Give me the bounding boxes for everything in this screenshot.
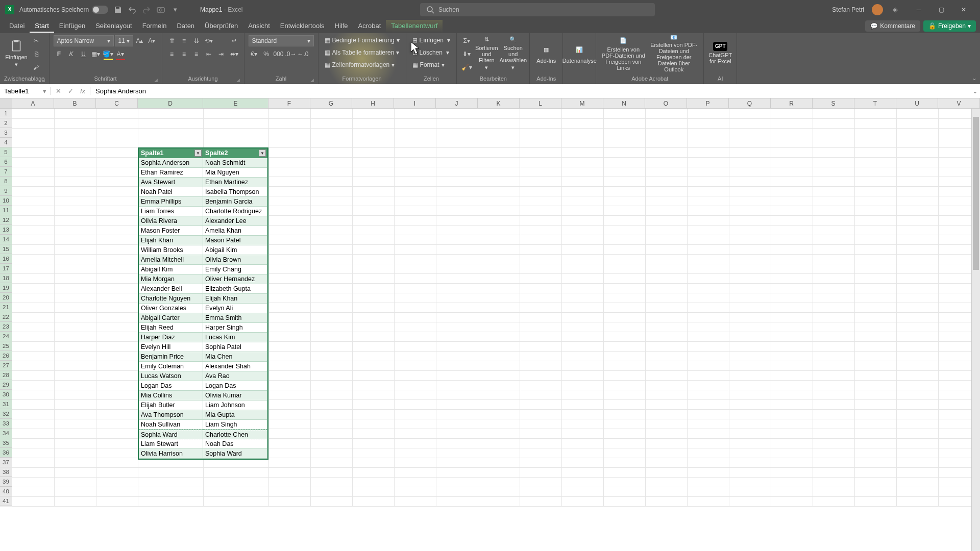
column-header[interactable]: S <box>813 98 854 108</box>
table-row[interactable]: Mia CollinsOlivia Kumar <box>139 391 267 400</box>
addins-button[interactable]: ▦ Add-Ins <box>534 35 558 71</box>
table-row[interactable]: Abigail KimEmily Chang <box>139 265 267 274</box>
percent-icon[interactable]: % <box>261 48 272 60</box>
table-row[interactable]: Sophia WardCharlotte Chen <box>139 430 267 439</box>
fx-icon[interactable]: fx <box>78 87 88 95</box>
user-avatar[interactable] <box>872 4 883 15</box>
tab-seitenlayout[interactable]: Seitenlayout <box>90 20 137 33</box>
font-name-combo[interactable]: Aptos Narrow▾ <box>54 35 114 46</box>
table-cell[interactable]: Abigail Kim <box>139 265 203 274</box>
table-cell[interactable]: Lucas Kim <box>203 333 267 342</box>
table-cell[interactable]: Evelyn Ali <box>203 304 267 313</box>
sort-filter-button[interactable]: ⇅ Sortieren und Filtern▾ <box>474 35 499 71</box>
table-cell[interactable]: Sophia Ward <box>139 430 203 439</box>
table-cell[interactable]: Benjamin Garcia <box>203 197 267 207</box>
tab-datei[interactable]: Datei <box>4 20 30 33</box>
clear-icon[interactable]: 🧹▾ <box>461 62 472 73</box>
close-button[interactable]: ✕ <box>952 0 975 19</box>
row-header[interactable]: 21 <box>0 303 12 312</box>
row-header[interactable]: 28 <box>0 370 12 380</box>
row-header[interactable]: 27 <box>0 361 12 370</box>
table-row[interactable]: Abigail CarterEmma Smith <box>139 313 267 323</box>
italic-icon[interactable]: K <box>66 48 77 60</box>
row-header[interactable]: 19 <box>0 283 12 293</box>
save-icon[interactable] <box>113 5 122 14</box>
row-header[interactable]: 16 <box>0 254 12 264</box>
increase-indent-icon[interactable]: ⇥ <box>215 48 227 60</box>
paste-button[interactable]: Einfügen▾ <box>4 35 29 71</box>
column-header[interactable]: M <box>561 98 603 108</box>
table-cell[interactable]: Mia Collins <box>139 391 203 400</box>
font-color-icon[interactable]: A▾ <box>115 48 126 60</box>
bold-icon[interactable]: F <box>54 48 65 60</box>
column-header[interactable]: V <box>938 98 980 108</box>
cancel-formula-icon[interactable]: ✕ <box>53 87 63 95</box>
table-row[interactable]: Liam StewartNoah Das <box>139 439 267 449</box>
row-header[interactable]: 4 <box>0 138 12 147</box>
copy-icon[interactable]: ⎘ <box>31 48 42 60</box>
tab-überprüfen[interactable]: Überprüfen <box>200 20 243 33</box>
table-cell[interactable]: Liam Singh <box>203 420 267 430</box>
format-cells-button[interactable]: ▦ Format ▾ <box>410 60 453 70</box>
table-cell[interactable]: Evelyn Hill <box>139 342 203 352</box>
table-row[interactable]: Oliver GonzalesEvelyn Ali <box>139 304 267 313</box>
merge-icon[interactable]: ⬌▾ <box>229 48 240 60</box>
maximize-button[interactable]: ▢ <box>930 0 952 19</box>
table-cell[interactable]: Olivia Brown <box>203 255 267 265</box>
row-header[interactable]: 5 <box>0 147 12 157</box>
decrease-decimal-icon[interactable]: ←.0 <box>298 48 309 60</box>
table-cell[interactable]: Noah Sullivan <box>139 420 203 430</box>
delete-cells-button[interactable]: ⊟ Löschen ▾ <box>410 47 453 58</box>
chatgpt-button[interactable]: GPT ChatGPT for Excel <box>708 35 732 71</box>
table-cell[interactable]: Alexander Lee <box>203 216 267 226</box>
column-header[interactable]: B <box>54 98 96 108</box>
table-cell[interactable]: Emma Phillips <box>139 197 203 207</box>
table-cell[interactable]: Ethan Martinez <box>203 178 267 187</box>
comma-icon[interactable]: 000 <box>273 48 284 60</box>
tab-hilfe[interactable]: Hilfe <box>330 20 353 33</box>
row-header[interactable]: 7 <box>0 167 12 177</box>
row-header[interactable]: 17 <box>0 264 12 273</box>
collapse-ribbon-icon[interactable]: ⌄ <box>972 74 977 82</box>
row-header[interactable]: 18 <box>0 273 12 283</box>
column-header[interactable]: U <box>896 98 938 108</box>
row-header[interactable]: 11 <box>0 206 12 215</box>
row-header[interactable]: 23 <box>0 322 12 332</box>
table-cell[interactable]: Amelia Mitchell <box>139 255 203 265</box>
column-header[interactable]: I <box>394 98 436 108</box>
cut-icon[interactable]: ✂ <box>31 35 42 46</box>
align-right-icon[interactable]: ≡ <box>191 48 202 60</box>
row-header[interactable]: 29 <box>0 380 12 390</box>
format-painter-icon[interactable]: 🖌 <box>31 62 42 73</box>
row-header[interactable]: 6 <box>0 157 12 167</box>
column-header[interactable]: N <box>603 98 645 108</box>
table-row[interactable]: Elijah KhanMason Patel <box>139 236 267 245</box>
worksheet-grid[interactable]: ABCDEFGHIJKLMNOPQRSTUV 12345678910111213… <box>0 98 980 551</box>
row-header[interactable]: 31 <box>0 399 12 409</box>
table-row[interactable]: Evelyn HillSophia Patel <box>139 342 267 352</box>
table-row[interactable]: Sophia AndersonNoah Schmidt <box>139 158 267 168</box>
minimize-button[interactable]: ─ <box>908 0 930 19</box>
row-header[interactable]: 37 <box>0 458 12 467</box>
row-header[interactable]: 40 <box>0 487 12 496</box>
table-cell[interactable]: William Brooks <box>139 245 203 255</box>
table-cell[interactable]: Elijah Reed <box>139 323 203 333</box>
table-cell[interactable]: Noah Schmidt <box>203 158 267 168</box>
table-row[interactable]: Harper DiazLucas Kim <box>139 333 267 342</box>
column-header[interactable]: K <box>478 98 520 108</box>
dialog-launcher-icon[interactable]: ◢ <box>41 78 45 83</box>
column-header[interactable]: L <box>520 98 561 108</box>
fill-icon[interactable]: ⬇▾ <box>461 48 472 60</box>
table-row[interactable]: Noah PatelIsabella Thompson <box>139 187 267 197</box>
table-cell[interactable]: Ava Thompson <box>139 410 203 420</box>
row-header[interactable]: 32 <box>0 409 12 419</box>
table-cell[interactable]: Olivia Kumar <box>203 391 267 400</box>
increase-decimal-icon[interactable]: .0→ <box>285 48 297 60</box>
column-header[interactable]: O <box>645 98 687 108</box>
camera-icon[interactable] <box>156 5 165 14</box>
underline-icon[interactable]: U <box>78 48 89 60</box>
row-header[interactable]: 8 <box>0 177 12 186</box>
column-header[interactable]: F <box>268 98 310 108</box>
table-header[interactable]: Spalte1▼ <box>139 148 203 158</box>
tab-acrobat[interactable]: Acrobat <box>353 20 386 33</box>
